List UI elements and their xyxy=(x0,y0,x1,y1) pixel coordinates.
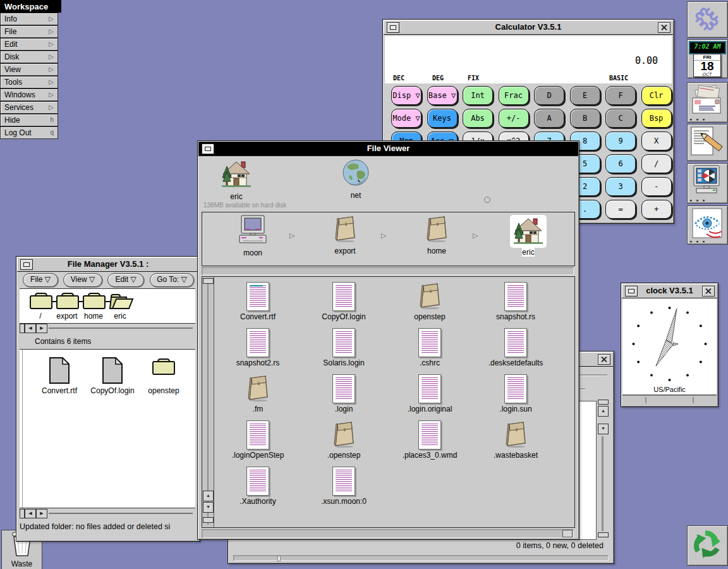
path-item-home[interactable]: home xyxy=(406,215,467,255)
clock-footer xyxy=(622,395,717,405)
fm-bottom-scrollbar[interactable]: ◀ ▶ xyxy=(20,508,195,518)
calc-key-E[interactable]: E xyxy=(570,86,600,105)
calc-key-+/-[interactable]: +/- xyxy=(499,109,529,128)
calc-key-Clr[interactable]: Clr xyxy=(641,86,672,105)
file-item-.login[interactable]: .login xyxy=(301,372,387,418)
calc-key-=[interactable]: = xyxy=(605,200,636,219)
calc-key-6[interactable]: 6 xyxy=(605,154,636,173)
calc-key-D[interactable]: D xyxy=(534,86,564,105)
file-viewer-titlebar[interactable]: File Viewer xyxy=(198,142,578,156)
mailtool-tile[interactable]: ● ● ● xyxy=(687,82,728,123)
file-manager-titlebar[interactable]: File Manager V3.5.1 : xyxy=(17,257,199,272)
window-menu-button[interactable] xyxy=(202,144,214,154)
calc-key-C[interactable]: C xyxy=(605,109,636,128)
workspace-menu-item-info[interactable]: Info▷ xyxy=(0,13,58,25)
drive-eric[interactable]: eric xyxy=(202,159,271,201)
fv-vertical-scrollbar[interactable]: ▲ ▼ xyxy=(202,277,214,527)
fm-file-item-Convert.rtf[interactable]: Convert.rtf xyxy=(31,351,88,395)
calc-key-B[interactable]: B xyxy=(570,109,600,128)
calc-key-Keys[interactable]: Keys xyxy=(427,109,458,128)
calc-key-Int[interactable]: Int xyxy=(463,86,493,105)
calc-key-X[interactable]: X xyxy=(641,132,672,150)
workspace-menu-item-view[interactable]: View▷ xyxy=(0,63,58,76)
file-item-.desksetdefaults[interactable]: .desksetdefaults xyxy=(473,326,559,372)
file-viewer-file-pane[interactable]: ▲ ▼ Convert.rtfCopyOf.loginopenstepsnaps… xyxy=(202,276,575,528)
workspace-menu-item-tools[interactable]: Tools▷ xyxy=(0,76,58,89)
fm-file-item-openstep[interactable]: openstep xyxy=(135,351,192,395)
menu-view[interactable]: View ▽ xyxy=(63,273,102,287)
menu-edit[interactable]: Edit ▽ xyxy=(107,273,144,287)
calc-key-F[interactable]: F xyxy=(605,86,636,105)
mail-horizontal-scrollbar[interactable] xyxy=(233,555,609,561)
calc-key--[interactable]: - xyxy=(641,177,672,196)
calc-key-Disp ▽[interactable]: Disp ▽ xyxy=(391,86,422,105)
file-item-openstep[interactable]: openstep xyxy=(387,279,473,326)
close-button[interactable] xyxy=(658,22,670,33)
file-item-snapshot.rs[interactable]: snapshot.rs xyxy=(473,279,559,326)
workspace-menu-item-edit[interactable]: Edit▷ xyxy=(0,38,58,51)
file-item-Convert.rtf[interactable]: Convert.rtf xyxy=(215,279,301,326)
clock-titlebar[interactable]: clock V3.5.1 xyxy=(622,284,717,298)
calc-key-Frac[interactable]: Frac xyxy=(499,86,529,105)
file-item-.login.sun[interactable]: .login.sun xyxy=(473,372,559,418)
workspace-menu-item-hide[interactable]: Hideh xyxy=(0,114,58,126)
path-item-eric[interactable]: eric xyxy=(498,215,559,257)
calc-key-/[interactable]: / xyxy=(641,154,672,173)
file-item-Solaris.login[interactable]: Solaris.login xyxy=(301,326,387,372)
file-item-.loginOpenStep[interactable]: .loginOpenStep xyxy=(215,418,301,464)
workspace-menu-item-services[interactable]: Services▷ xyxy=(0,101,58,114)
workspace-menu-item-windows[interactable]: Windows▷ xyxy=(0,89,58,101)
path-item-export[interactable]: export xyxy=(315,215,375,255)
file-item-.cshrc[interactable]: .cshrc xyxy=(387,326,473,372)
window-menu-button[interactable] xyxy=(20,259,33,270)
file-viewer-path-panel[interactable]: moon▷export▷home▷eric xyxy=(202,212,575,266)
close-button[interactable] xyxy=(702,286,715,297)
calc-key-Mode ▽[interactable]: Mode ▽ xyxy=(391,109,422,128)
calc-key-+[interactable]: + xyxy=(641,200,672,219)
recycle-tile[interactable] xyxy=(687,525,728,566)
fm-path-folder-eric[interactable] xyxy=(109,291,135,313)
calc-key-Abs[interactable]: Abs xyxy=(463,109,493,128)
clock-calendar-tile[interactable]: 7:02 AM FRI 18 OCT xyxy=(687,39,728,78)
file-item-.wastebasket[interactable]: .wastebasket xyxy=(473,418,559,464)
workspace-menu-item-disk[interactable]: Disk▷ xyxy=(0,51,58,63)
fm-path-folder-export[interactable] xyxy=(56,291,80,313)
file-manager-file-pane[interactable]: Convert.rtfCopyOf.loginopensteps xyxy=(20,349,195,508)
file-item-.places3_0.wmd[interactable]: .places3_0.wmd xyxy=(387,418,473,464)
workspace-menu-item-file[interactable]: File▷ xyxy=(0,25,58,38)
file-item-.xsun.moon:0[interactable]: .xsun.moon:0 xyxy=(301,464,387,510)
calculator-titlebar[interactable]: Calculator V3.5.1 xyxy=(384,20,673,35)
file-item-CopyOf.login[interactable]: CopyOf.login xyxy=(301,279,387,326)
fm-vertical-scroll-track[interactable] xyxy=(22,350,23,508)
drive-net[interactable]: net xyxy=(321,159,391,200)
calc-key-A[interactable]: A xyxy=(534,109,564,128)
calc-key-3[interactable]: 3 xyxy=(605,177,636,196)
calc-key-9[interactable]: 9 xyxy=(605,132,636,150)
texteditor-tile[interactable] xyxy=(687,124,728,161)
fm-path-folder-/[interactable] xyxy=(29,291,53,313)
fv-horizontal-scrollbar[interactable] xyxy=(202,529,574,538)
window-menu-button[interactable] xyxy=(625,286,638,297)
file-item-.login.original[interactable]: .login.original xyxy=(387,372,473,418)
menu-file[interactable]: File ▽ xyxy=(23,273,58,287)
close-button[interactable] xyxy=(598,354,610,365)
fm-path-folder-home[interactable] xyxy=(82,291,106,313)
menu-goto[interactable]: Go To: ▽ xyxy=(150,273,194,287)
file-item-.openstep[interactable]: .openstep xyxy=(301,418,387,464)
perfmeter-tile[interactable]: ● ● ● xyxy=(687,163,728,204)
file-manager-path-pane[interactable]: /exporthomeeric xyxy=(20,288,195,324)
mail-vertical-scrollbar[interactable]: ▲ ▼ xyxy=(597,400,608,540)
sun-logo-tile[interactable] xyxy=(687,1,728,38)
calc-key-Base ▽[interactable]: Base ▽ xyxy=(427,86,458,105)
imagetool-tile[interactable]: ● ● ● xyxy=(687,205,728,245)
path-item-moon[interactable]: moon xyxy=(222,215,283,257)
file-item-snapshot2.rs[interactable]: snapshot2.rs xyxy=(215,326,301,372)
workspace-menu-item-log-out[interactable]: Log Outq xyxy=(0,126,58,139)
file-item-.Xauthority[interactable]: .Xauthority xyxy=(215,464,301,510)
calc-key-Bsp[interactable]: Bsp xyxy=(641,109,672,128)
fm-top-scrollbar[interactable]: ◀ ▶ xyxy=(20,323,195,333)
fm-file-item-CopyOf.login[interactable]: CopyOf.login xyxy=(84,351,141,395)
file-item-.fm[interactable]: .fm xyxy=(215,372,301,418)
fm-file-item-s[interactable]: s xyxy=(186,351,195,395)
window-menu-button[interactable] xyxy=(387,22,399,33)
